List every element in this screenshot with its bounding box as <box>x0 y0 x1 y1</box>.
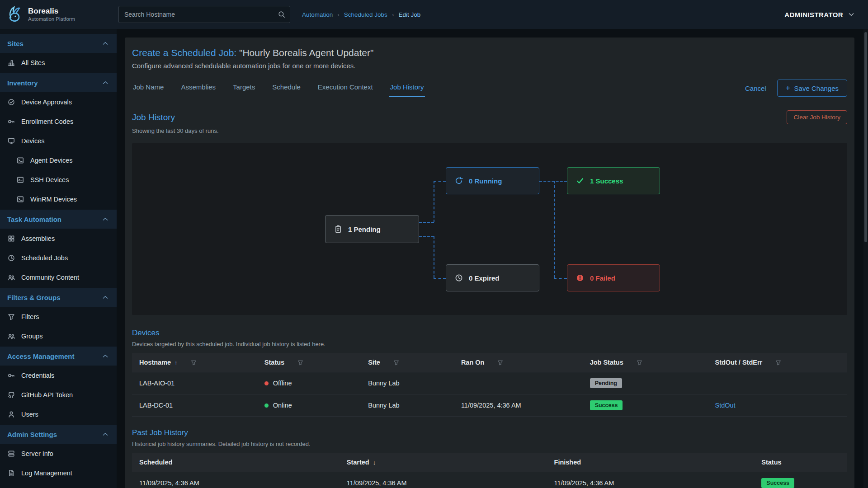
globe-check-icon <box>7 98 15 106</box>
chevron-up-icon <box>101 79 109 87</box>
col-scheduled[interactable]: Scheduled <box>132 453 340 472</box>
col-job-status[interactable]: Job Status <box>583 353 708 372</box>
tab-job-name[interactable]: Job Name <box>132 80 165 97</box>
sidebar-item-page-template[interactable]: Page Template <box>0 483 117 488</box>
flow-connector <box>554 181 555 278</box>
ran-on-cell <box>454 372 583 394</box>
user-menu[interactable]: ADMINISTRATOR <box>784 10 855 19</box>
main-content: Create a Scheduled Job: "Hourly Borealis… <box>117 29 868 488</box>
sidebar-section-access-management[interactable]: Access Management <box>0 347 117 366</box>
groups-icon <box>7 332 15 340</box>
filter-icon <box>7 313 15 321</box>
col-finished[interactable]: Finished <box>547 453 755 472</box>
tab-execution-context[interactable]: Execution Context <box>317 80 374 97</box>
sidebar-section-inventory[interactable]: Inventory <box>0 73 117 92</box>
brand[interactable]: Borealis Automation Platform <box>0 5 117 23</box>
terminal-icon <box>16 176 24 184</box>
clear-job-history-button[interactable]: Clear Job History <box>787 110 847 124</box>
job-status-cell: Success <box>583 394 708 417</box>
scrollbar-thumb[interactable] <box>864 32 867 242</box>
terminal-icon <box>16 156 24 164</box>
stdout-link[interactable]: StdOut <box>715 402 735 409</box>
shell: Sites All Sites Inventory Device Approva… <box>0 29 868 488</box>
filter-icon[interactable] <box>393 359 400 366</box>
tab-job-history[interactable]: Job History <box>389 80 425 97</box>
col-started[interactable]: Started ↓ <box>340 453 547 472</box>
flow-node-expired[interactable]: 0 Expired <box>446 264 539 291</box>
col-status[interactable]: Status <box>257 353 361 372</box>
sidebar-item-ssh-devices[interactable]: SSH Devices <box>0 170 117 189</box>
tab-targets[interactable]: Targets <box>232 80 256 97</box>
devices-header-row: Hostname ↑ Status <box>132 353 847 372</box>
sidebar-item-enrollment-codes[interactable]: Enrollment Codes <box>0 112 117 131</box>
save-changes-button[interactable]: + Save Changes <box>777 80 847 97</box>
sidebar-item-users[interactable]: Users <box>0 404 117 424</box>
tab-schedule[interactable]: Schedule <box>271 80 302 97</box>
chevron-up-icon <box>101 293 109 301</box>
job-status-cell: Pending <box>583 372 708 394</box>
search-icon[interactable] <box>278 10 286 19</box>
past-history-header-row: Scheduled Started ↓ Finished <box>132 453 847 472</box>
scheduled-cell: 11/09/2025, 4:36 AM <box>132 472 340 488</box>
sidebar-item-devices[interactable]: Devices <box>0 131 117 150</box>
flow-connector <box>419 222 434 223</box>
filter-icon[interactable] <box>497 359 504 366</box>
filter-icon[interactable] <box>190 359 197 366</box>
sidebar-item-credentials[interactable]: Credentials <box>0 366 117 385</box>
sidebar-section-admin-settings[interactable]: Admin Settings <box>0 425 117 444</box>
col-site[interactable]: Site <box>361 353 454 372</box>
topbar: Borealis Automation Platform Automation … <box>0 0 868 29</box>
col-status[interactable]: Status <box>754 453 847 472</box>
flow-connector <box>539 181 567 182</box>
sidebar-section-filters-groups[interactable]: Filters & Groups <box>0 288 117 307</box>
sidebar-item-all-sites[interactable]: All Sites <box>0 53 117 72</box>
tab-assemblies[interactable]: Assemblies <box>180 80 217 97</box>
sidebar-section-task-automation[interactable]: Task Automation <box>0 210 117 229</box>
server-icon <box>7 450 15 458</box>
flow-node-running[interactable]: 0 Running <box>446 167 539 194</box>
status-cell: Online <box>257 394 361 417</box>
sidebar-section-sites[interactable]: Sites <box>0 34 117 53</box>
sidebar-item-community-content[interactable]: Community Content <box>0 267 117 287</box>
sidebar-item-log-management[interactable]: Log Management <box>0 463 117 483</box>
search-input[interactable] <box>118 6 290 23</box>
sidebar-item-server-info[interactable]: Server Info <box>0 444 117 463</box>
sidebar-item-agent-devices[interactable]: Agent Devices <box>0 150 117 170</box>
sidebar-item-scheduled-jobs[interactable]: Scheduled Jobs <box>0 248 117 267</box>
flow-node-pending[interactable]: 1 Pending <box>325 215 419 243</box>
refresh-icon <box>454 176 463 185</box>
chevron-up-icon <box>101 352 109 360</box>
breadcrumb-item-edit-job[interactable]: Edit Job <box>398 11 420 18</box>
breadcrumb-item-scheduled-jobs[interactable]: Scheduled Jobs <box>344 11 387 18</box>
filter-icon[interactable] <box>297 359 304 366</box>
sidebar-item-winrm-devices[interactable]: WinRM Devices <box>0 189 117 209</box>
devices-subtitle: Devices targeted by this scheduled job. … <box>132 341 847 347</box>
filter-icon[interactable] <box>775 359 782 366</box>
offline-dot-icon <box>264 381 269 385</box>
page-title-job-name: "Hourly Borealis Agent Updater" <box>239 47 373 58</box>
col-ran-on[interactable]: Ran On <box>454 353 583 372</box>
app-root: Borealis Automation Platform Automation … <box>0 0 868 488</box>
vertical-scrollbar[interactable] <box>863 29 868 488</box>
status-badge: Pending <box>590 378 622 388</box>
page-title: Create a Scheduled Job: "Hourly Borealis… <box>132 47 847 58</box>
brand-subtitle: Automation Platform <box>28 16 75 22</box>
sidebar-item-assemblies[interactable]: Assemblies <box>0 229 117 248</box>
flow-node-failed[interactable]: 0 Failed <box>567 264 660 291</box>
col-hostname[interactable]: Hostname ↑ <box>132 353 257 372</box>
col-stdout-stderr[interactable]: StdOut / StdErr <box>708 353 847 372</box>
sidebar-item-github-api-token[interactable]: GitHub API Token <box>0 385 117 404</box>
breadcrumb-item-automation[interactable]: Automation <box>302 11 333 18</box>
clock-icon <box>7 254 15 262</box>
chevron-up-icon <box>101 39 109 47</box>
flow-node-success[interactable]: 1 Success <box>567 167 660 194</box>
filter-icon[interactable] <box>636 359 643 366</box>
device-row: LAB-AIO-01 Offline Bunny Lab Pending <box>132 372 847 394</box>
sidebar-item-device-approvals[interactable]: Device Approvals <box>0 92 117 112</box>
cancel-button[interactable]: Cancel <box>745 84 766 92</box>
device-row: LAB-DC-01 Online Bunny Lab 11/09/2025, 4… <box>132 394 847 417</box>
sidebar-item-filters[interactable]: Filters <box>0 307 117 326</box>
sidebar-item-groups[interactable]: Groups <box>0 326 117 346</box>
history-row: 11/09/2025, 4:36 AM 11/09/2025, 4:36 AM … <box>132 472 847 488</box>
site-cell: Bunny Lab <box>361 372 454 394</box>
